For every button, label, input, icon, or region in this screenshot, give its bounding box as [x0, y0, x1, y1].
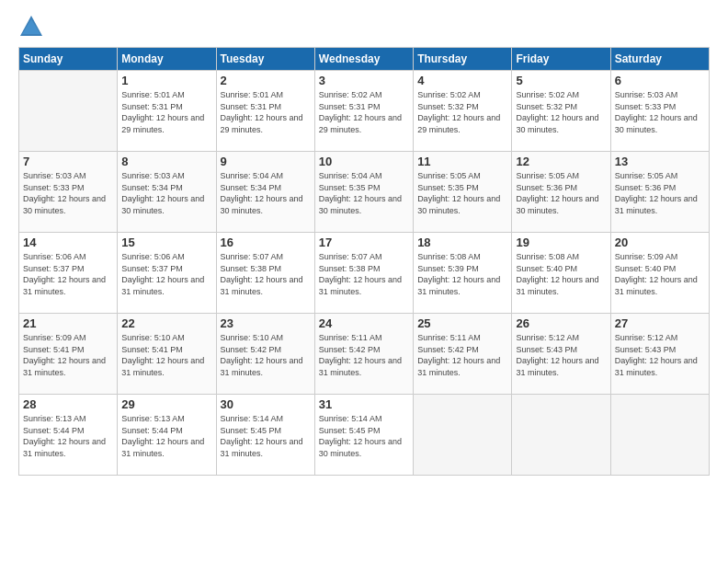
day-info: Sunrise: 5:11 AMSunset: 5:42 PMDaylight:… — [417, 333, 500, 377]
logo-icon — [18, 14, 44, 40]
calendar-cell: 19 Sunrise: 5:08 AMSunset: 5:40 PMDaylig… — [512, 233, 610, 314]
day-info: Sunrise: 5:04 AMSunset: 5:35 PMDaylight:… — [319, 171, 402, 215]
calendar-cell — [19, 71, 118, 152]
day-number: 25 — [417, 316, 507, 330]
week-row-1: 1 Sunrise: 5:01 AMSunset: 5:31 PMDayligh… — [19, 71, 710, 152]
day-number: 14 — [23, 236, 113, 249]
day-number: 29 — [121, 397, 211, 411]
calendar-cell: 4 Sunrise: 5:02 AMSunset: 5:32 PMDayligh… — [414, 71, 512, 152]
week-row-4: 21 Sunrise: 5:09 AMSunset: 5:41 PMDaylig… — [19, 314, 710, 395]
day-number: 2 — [221, 74, 311, 87]
day-info: Sunrise: 5:03 AMSunset: 5:33 PMDaylight:… — [615, 90, 698, 134]
logo — [18, 14, 48, 40]
weekday-header-wednesday: Wednesday — [314, 48, 413, 71]
day-info: Sunrise: 5:01 AMSunset: 5:31 PMDaylight:… — [121, 90, 204, 134]
day-number: 10 — [319, 155, 409, 168]
weekday-header-friday: Friday — [512, 48, 610, 71]
calendar-cell: 23 Sunrise: 5:10 AMSunset: 5:42 PMDaylig… — [216, 314, 314, 395]
day-info: Sunrise: 5:07 AMSunset: 5:38 PMDaylight:… — [221, 252, 303, 296]
calendar-cell: 31 Sunrise: 5:14 AMSunset: 5:45 PMDaylig… — [314, 395, 413, 476]
day-info: Sunrise: 5:14 AMSunset: 5:45 PMDaylight:… — [221, 414, 303, 458]
day-number: 12 — [516, 155, 606, 168]
day-info: Sunrise: 5:08 AMSunset: 5:40 PMDaylight:… — [516, 252, 598, 296]
day-number: 24 — [319, 316, 409, 330]
calendar-cell: 11 Sunrise: 5:05 AMSunset: 5:35 PMDaylig… — [414, 152, 512, 233]
calendar: SundayMondayTuesdayWednesdayThursdayFrid… — [18, 47, 710, 476]
calendar-cell: 29 Sunrise: 5:13 AMSunset: 5:44 PMDaylig… — [118, 395, 216, 476]
weekday-header-tuesday: Tuesday — [216, 48, 314, 71]
calendar-cell: 21 Sunrise: 5:09 AMSunset: 5:41 PMDaylig… — [19, 314, 118, 395]
day-number: 16 — [221, 236, 311, 249]
day-info: Sunrise: 5:01 AMSunset: 5:31 PMDaylight:… — [221, 90, 303, 134]
day-number: 18 — [417, 236, 507, 249]
day-number: 23 — [221, 316, 311, 330]
day-number: 27 — [615, 316, 705, 330]
calendar-cell: 15 Sunrise: 5:06 AMSunset: 5:37 PMDaylig… — [118, 233, 216, 314]
calendar-cell: 7 Sunrise: 5:03 AMSunset: 5:33 PMDayligh… — [19, 152, 118, 233]
calendar-cell: 22 Sunrise: 5:10 AMSunset: 5:41 PMDaylig… — [118, 314, 216, 395]
calendar-cell: 18 Sunrise: 5:08 AMSunset: 5:39 PMDaylig… — [414, 233, 512, 314]
weekday-header-sunday: Sunday — [19, 48, 118, 71]
day-info: Sunrise: 5:12 AMSunset: 5:43 PMDaylight:… — [516, 333, 598, 377]
calendar-cell: 1 Sunrise: 5:01 AMSunset: 5:31 PMDayligh… — [118, 71, 216, 152]
day-number: 28 — [23, 397, 113, 411]
calendar-cell: 10 Sunrise: 5:04 AMSunset: 5:35 PMDaylig… — [314, 152, 413, 233]
day-info: Sunrise: 5:05 AMSunset: 5:36 PMDaylight:… — [516, 171, 598, 215]
day-info: Sunrise: 5:05 AMSunset: 5:36 PMDaylight:… — [615, 171, 698, 215]
calendar-cell: 8 Sunrise: 5:03 AMSunset: 5:34 PMDayligh… — [118, 152, 216, 233]
day-number: 4 — [417, 74, 507, 87]
day-info: Sunrise: 5:11 AMSunset: 5:42 PMDaylight:… — [319, 333, 402, 377]
weekday-header-saturday: Saturday — [610, 48, 709, 71]
calendar-cell: 17 Sunrise: 5:07 AMSunset: 5:38 PMDaylig… — [314, 233, 413, 314]
day-number: 1 — [121, 74, 211, 87]
calendar-cell: 28 Sunrise: 5:13 AMSunset: 5:44 PMDaylig… — [19, 395, 118, 476]
calendar-cell: 13 Sunrise: 5:05 AMSunset: 5:36 PMDaylig… — [610, 152, 709, 233]
day-info: Sunrise: 5:09 AMSunset: 5:41 PMDaylight:… — [23, 333, 106, 377]
day-info: Sunrise: 5:14 AMSunset: 5:45 PMDaylight:… — [319, 414, 402, 458]
day-number: 17 — [319, 236, 409, 249]
week-row-3: 14 Sunrise: 5:06 AMSunset: 5:37 PMDaylig… — [19, 233, 710, 314]
calendar-cell: 20 Sunrise: 5:09 AMSunset: 5:40 PMDaylig… — [610, 233, 709, 314]
day-info: Sunrise: 5:12 AMSunset: 5:43 PMDaylight:… — [615, 333, 698, 377]
day-info: Sunrise: 5:05 AMSunset: 5:35 PMDaylight:… — [417, 171, 500, 215]
day-number: 13 — [615, 155, 705, 168]
calendar-cell: 3 Sunrise: 5:02 AMSunset: 5:31 PMDayligh… — [314, 71, 413, 152]
day-info: Sunrise: 5:03 AMSunset: 5:33 PMDaylight:… — [23, 171, 106, 215]
weekday-header-monday: Monday — [118, 48, 216, 71]
day-info: Sunrise: 5:03 AMSunset: 5:34 PMDaylight:… — [121, 171, 204, 215]
day-number: 22 — [121, 316, 211, 330]
calendar-cell — [414, 395, 512, 476]
calendar-cell: 27 Sunrise: 5:12 AMSunset: 5:43 PMDaylig… — [610, 314, 709, 395]
day-info: Sunrise: 5:06 AMSunset: 5:37 PMDaylight:… — [121, 252, 204, 296]
day-info: Sunrise: 5:10 AMSunset: 5:41 PMDaylight:… — [121, 333, 204, 377]
day-info: Sunrise: 5:13 AMSunset: 5:44 PMDaylight:… — [23, 414, 106, 458]
day-number: 19 — [516, 236, 606, 249]
calendar-cell: 5 Sunrise: 5:02 AMSunset: 5:32 PMDayligh… — [512, 71, 610, 152]
calendar-cell: 9 Sunrise: 5:04 AMSunset: 5:34 PMDayligh… — [216, 152, 314, 233]
calendar-cell: 30 Sunrise: 5:14 AMSunset: 5:45 PMDaylig… — [216, 395, 314, 476]
day-info: Sunrise: 5:02 AMSunset: 5:31 PMDaylight:… — [319, 90, 402, 134]
day-info: Sunrise: 5:02 AMSunset: 5:32 PMDaylight:… — [417, 90, 500, 134]
calendar-cell: 12 Sunrise: 5:05 AMSunset: 5:36 PMDaylig… — [512, 152, 610, 233]
day-number: 15 — [121, 236, 211, 249]
day-number: 8 — [121, 155, 211, 168]
day-number: 7 — [23, 155, 113, 168]
day-number: 31 — [319, 397, 409, 411]
header — [18, 14, 710, 40]
page: SundayMondayTuesdayWednesdayThursdayFrid… — [0, 0, 728, 563]
day-info: Sunrise: 5:02 AMSunset: 5:32 PMDaylight:… — [516, 90, 598, 134]
calendar-cell: 26 Sunrise: 5:12 AMSunset: 5:43 PMDaylig… — [512, 314, 610, 395]
svg-marker-1 — [22, 19, 40, 34]
calendar-cell: 14 Sunrise: 5:06 AMSunset: 5:37 PMDaylig… — [19, 233, 118, 314]
calendar-cell: 16 Sunrise: 5:07 AMSunset: 5:38 PMDaylig… — [216, 233, 314, 314]
calendar-cell: 25 Sunrise: 5:11 AMSunset: 5:42 PMDaylig… — [414, 314, 512, 395]
day-info: Sunrise: 5:04 AMSunset: 5:34 PMDaylight:… — [221, 171, 303, 215]
calendar-cell: 24 Sunrise: 5:11 AMSunset: 5:42 PMDaylig… — [314, 314, 413, 395]
day-info: Sunrise: 5:08 AMSunset: 5:39 PMDaylight:… — [417, 252, 500, 296]
day-number: 20 — [615, 236, 705, 249]
calendar-cell: 6 Sunrise: 5:03 AMSunset: 5:33 PMDayligh… — [610, 71, 709, 152]
day-number: 30 — [221, 397, 311, 411]
day-number: 21 — [23, 316, 113, 330]
week-row-5: 28 Sunrise: 5:13 AMSunset: 5:44 PMDaylig… — [19, 395, 710, 476]
day-number: 9 — [221, 155, 311, 168]
